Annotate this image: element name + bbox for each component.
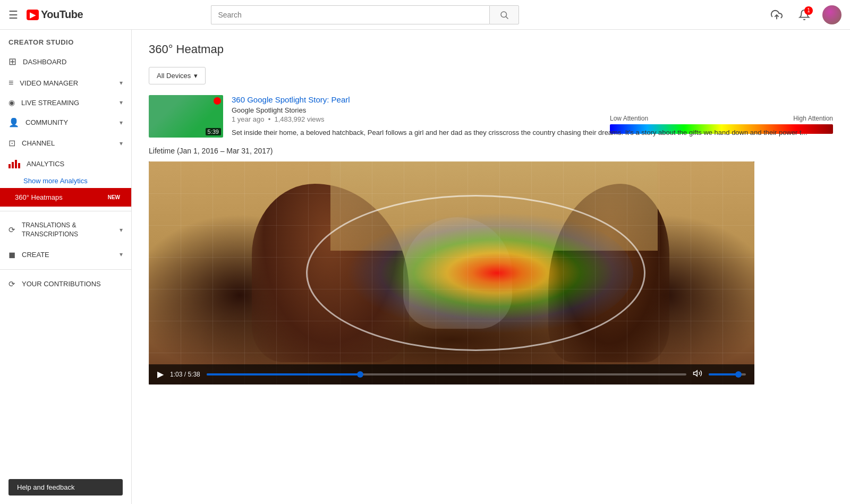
new-badge: NEW (105, 193, 123, 201)
video-thumbnail[interactable]: 5:39 (149, 95, 223, 138)
video-manager-label: VIDEO MANAGER (20, 79, 113, 87)
avatar[interactable] (822, 5, 842, 24)
upload-icon[interactable] (767, 5, 786, 24)
youtube-icon: ▶ (27, 10, 39, 20)
all-devices-button[interactable]: All Devices ▾ (149, 67, 206, 84)
translations-icon: ⟳ (8, 225, 15, 235)
chevron-down-icon: ▾ (120, 251, 123, 258)
notification-badge: 1 (804, 6, 813, 15)
sidebar: CREATOR STUDIO ⊞ DASHBOARD ≡ VIDEO MANAG… (0, 30, 132, 504)
chevron-down-icon: ▾ (120, 140, 123, 147)
analytics-label: ANALYTICS (27, 160, 123, 168)
current-time: 1:03 / 5:38 (170, 371, 200, 378)
search-bar (211, 5, 519, 24)
sidebar-item-your-contributions[interactable]: ⟳ YOUR CONTRIBUTIONS (0, 274, 131, 294)
360-badge (214, 97, 221, 105)
channel-label: CHANNEL (22, 139, 113, 147)
create-icon: ◼ (8, 250, 15, 260)
devices-chevron-icon: ▾ (194, 72, 198, 80)
progress-fill (207, 373, 360, 375)
create-label: CREATE (22, 251, 113, 259)
sidebar-item-create[interactable]: ◼ CREATE ▾ (0, 244, 131, 265)
live-streaming-label: LIVE STREAMING (21, 99, 113, 107)
live-streaming-icon: ◉ (8, 98, 15, 107)
chevron-down-icon: ▾ (120, 79, 123, 87)
sidebar-item-360-heatmaps[interactable]: 360° Heatmaps NEW (0, 188, 131, 207)
video-controls: ▶ 1:03 / 5:38 (149, 364, 754, 385)
community-label: COMMUNITY (26, 118, 113, 126)
dashboard-label: DASHBOARD (23, 58, 123, 66)
sidebar-item-translations[interactable]: ⟳ TRANSLATIONS &TRANSCRIPTIONS ▾ (0, 216, 131, 244)
analytics-icon (8, 159, 20, 168)
youtube-logo[interactable]: ▶ YouTube (27, 8, 83, 21)
hamburger-menu[interactable]: ☰ (8, 8, 18, 21)
volume-bar[interactable] (709, 373, 746, 375)
svg-line-1 (506, 16, 508, 19)
dashboard-icon: ⊞ (8, 56, 16, 67)
notifications-icon[interactable]: 1 (795, 5, 814, 24)
progress-bar[interactable] (207, 373, 686, 375)
chevron-down-icon: ▾ (120, 99, 123, 106)
sidebar-divider (0, 211, 131, 211)
sidebar-item-analytics[interactable]: ANALYTICS (0, 153, 131, 174)
play-button[interactable]: ▶ (157, 369, 164, 379)
video-channel: Google Spotlight Stories (232, 106, 833, 114)
help-feedback-button[interactable]: Help and feedback (8, 479, 123, 496)
video-stats: 1 year ago • 1,483,992 views (232, 115, 833, 123)
contributions-icon: ⟳ (8, 279, 15, 289)
sidebar-divider-2 (0, 269, 131, 270)
sidebar-item-channel[interactable]: ⊡ CHANNEL ▾ (0, 133, 131, 153)
devices-label: All Devices (157, 72, 191, 80)
search-input[interactable] (211, 5, 489, 24)
360-heatmaps-label: 360° Heatmaps (15, 193, 96, 201)
sidebar-item-dashboard[interactable]: ⊞ DASHBOARD (0, 50, 131, 73)
page-title: 360° Heatmap (149, 42, 833, 56)
youtube-text: YouTube (41, 8, 83, 21)
sidebar-item-community[interactable]: 👤 COMMUNITY ▾ (0, 112, 131, 133)
sidebar-item-video-manager[interactable]: ≡ VIDEO MANAGER ▾ (0, 73, 131, 93)
video-duration: 5:39 (206, 128, 221, 135)
progress-dot (357, 371, 363, 378)
svg-marker-3 (694, 370, 698, 376)
volume-dot (735, 371, 742, 378)
video-meta: 360 Google Spotlight Story: Pearl Google… (232, 95, 833, 138)
show-more-analytics[interactable]: Show more Analytics (0, 174, 131, 188)
sidebar-section-title: CREATOR STUDIO (0, 30, 131, 50)
chevron-down-icon: ▾ (120, 119, 123, 126)
contributions-label: YOUR CONTRIBUTIONS (22, 280, 123, 288)
search-button[interactable] (489, 5, 519, 24)
translations-label: TRANSLATIONS &TRANSCRIPTIONS (22, 221, 113, 239)
top-navigation: ☰ ▶ YouTube 1 (0, 0, 850, 30)
video-title[interactable]: 360 Google Spotlight Story: Pearl (232, 95, 833, 104)
video-manager-icon: ≡ (8, 78, 13, 88)
volume-fill (709, 373, 738, 375)
heatmap-video[interactable] (149, 161, 754, 385)
main-content: 360° Heatmap All Devices ▾ 5:39 360 Goog… (132, 30, 850, 504)
heatmap-container: ▶ 1:03 / 5:38 (149, 161, 754, 385)
video-info: 5:39 360 Google Spotlight Story: Pearl G… (149, 95, 833, 138)
community-icon: 👤 (8, 117, 19, 127)
topnav-actions: 1 (767, 5, 842, 24)
heatmap-ring (306, 195, 645, 351)
video-description: Set inside their home, a beloved hatchba… (232, 127, 833, 138)
lifetime-label: Lifetime (Jan 1, 2016 – Mar 31, 2017) (149, 147, 833, 155)
volume-icon[interactable] (693, 369, 702, 380)
svg-point-0 (501, 12, 507, 18)
chevron-down-icon: ▾ (120, 226, 123, 234)
sidebar-item-live-streaming[interactable]: ◉ LIVE STREAMING ▾ (0, 93, 131, 112)
channel-icon: ⊡ (8, 138, 15, 148)
